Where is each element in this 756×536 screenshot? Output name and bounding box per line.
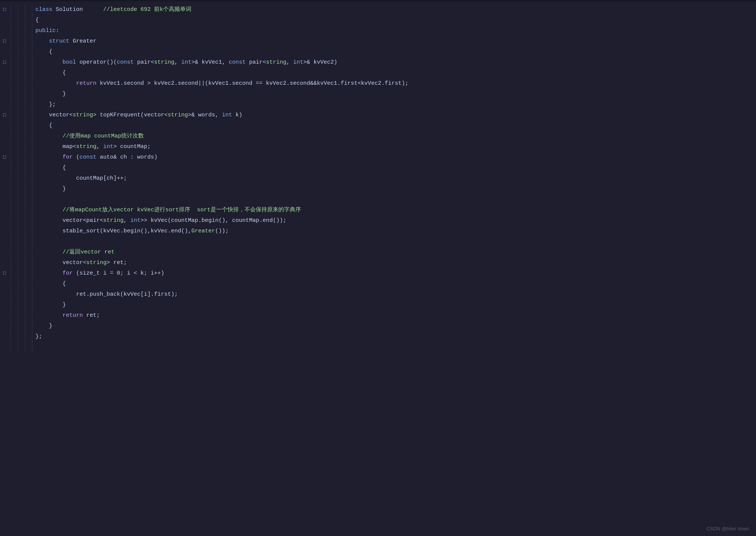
indent-guide	[18, 279, 18, 289]
token: kvVec1.second > kvVec2.second||(kvVec1.s…	[96, 80, 408, 87]
line-content: //使用map countMap统计次数	[32, 131, 756, 142]
indent-guide	[18, 300, 18, 310]
indent-guide	[11, 194, 11, 205]
token: //leetcode 692 前k个高频单词	[103, 6, 191, 13]
code-line: }	[0, 89, 756, 99]
indent-guide	[18, 26, 18, 36]
code-line: return kvVec1.second > kvVec2.second||(k…	[0, 78, 756, 89]
token: int	[181, 59, 191, 66]
indent-guide	[18, 173, 18, 184]
line-content: vector<string> topKFrequent(vector<strin…	[32, 110, 756, 121]
indent-guide	[25, 331, 25, 342]
indent-guide	[25, 131, 25, 142]
indent-guide	[25, 78, 25, 89]
token: string	[73, 112, 93, 118]
line-content: }	[32, 300, 756, 310]
token: >& words,	[188, 112, 222, 118]
token: ,	[286, 59, 293, 66]
indent-guide	[25, 68, 25, 78]
indent-guide	[11, 289, 11, 300]
token: stable_sort(kvVec.begin(),kvVec.end(),	[63, 228, 191, 234]
indent-guide	[18, 110, 18, 121]
token: pair<	[246, 59, 266, 66]
indent-guide	[18, 205, 18, 215]
code-line: vector<pair<string, int>> kvVec(countMap…	[0, 215, 756, 226]
token: > countMap;	[113, 144, 151, 150]
token: vector<	[63, 260, 86, 266]
code-line: //使用map countMap统计次数	[0, 131, 756, 142]
indent-guide	[25, 342, 25, 353]
indent-guide	[25, 15, 25, 26]
indent-guide	[11, 300, 11, 310]
indent-guide	[25, 47, 25, 57]
indent-guide	[25, 300, 25, 310]
code-line: map<string, int> countMap;	[0, 142, 756, 152]
token: for	[63, 270, 73, 276]
token: }	[49, 323, 52, 329]
line-content: map<string, int> countMap;	[32, 142, 756, 152]
line-content: {	[32, 47, 756, 57]
token: k)	[232, 112, 242, 118]
line-content: };	[32, 331, 756, 342]
line-content: //将mapCount放入vector kvVec进行sort排序 sort是一…	[32, 205, 756, 215]
code-line: };	[0, 99, 756, 110]
token: bool	[63, 59, 76, 66]
fold-gutter[interactable]: □	[0, 57, 9, 68]
indent-guide	[25, 89, 25, 99]
token: string	[168, 112, 188, 118]
indent-guide	[18, 121, 18, 131]
indent-guide	[11, 237, 11, 247]
line-content: {	[32, 279, 756, 289]
token: {	[63, 70, 66, 76]
line-content: vector<pair<string, int>> kvVec(countMap…	[32, 215, 756, 226]
line-content: {	[32, 163, 756, 173]
token: Greater	[191, 228, 215, 234]
indent-guide	[11, 15, 11, 26]
fold-gutter[interactable]: □	[0, 5, 9, 15]
indent-guide	[25, 215, 25, 226]
token: const	[229, 59, 246, 66]
indent-guide	[25, 163, 25, 173]
token: };	[49, 101, 56, 108]
line-content: }	[32, 89, 756, 99]
token: :	[56, 27, 59, 34]
token: vector<	[49, 112, 73, 118]
indent-guide	[18, 68, 18, 78]
fold-gutter[interactable]: □	[0, 36, 9, 47]
indent-guide	[18, 15, 18, 26]
line-content: {	[32, 68, 756, 78]
indent-guide	[25, 173, 25, 184]
line-content: };	[32, 99, 756, 110]
indent-guide	[18, 184, 18, 194]
token: vector<pair<	[63, 217, 103, 224]
fold-gutter[interactable]: □	[0, 268, 9, 279]
indent-guide	[11, 268, 11, 279]
fold-gutter[interactable]: □	[0, 110, 9, 121]
line-content: class Solution //leetcode 692 前k个高频单词	[32, 5, 756, 15]
watermark: CSDN @biter down	[706, 526, 749, 531]
indent-guide	[25, 258, 25, 268]
indent-guide	[11, 36, 11, 47]
code-line: □ vector<string> topKFrequent(vector<str…	[0, 110, 756, 121]
indent-guide	[32, 194, 32, 205]
code-line: }	[0, 321, 756, 331]
indent-guide	[18, 99, 18, 110]
indent-guide	[25, 57, 25, 68]
token: string	[266, 59, 286, 66]
indent-guide	[11, 226, 11, 237]
token: >& kvVec2)	[303, 59, 337, 66]
token: //返回vector ret	[63, 249, 115, 255]
indent-guide	[18, 268, 18, 279]
indent-guide	[11, 152, 11, 163]
code-line	[0, 237, 756, 247]
code-line: vector<string> ret;	[0, 258, 756, 268]
code-line: }	[0, 184, 756, 194]
indent-guide	[25, 110, 25, 121]
code-line: {	[0, 121, 756, 131]
fold-gutter[interactable]: □	[0, 152, 9, 163]
token: int	[130, 217, 141, 224]
token: ,	[174, 59, 181, 66]
token: (size_t i = 0; i < k; i++)	[73, 270, 164, 276]
indent-guide	[11, 99, 11, 110]
token: operator()(	[76, 59, 117, 66]
